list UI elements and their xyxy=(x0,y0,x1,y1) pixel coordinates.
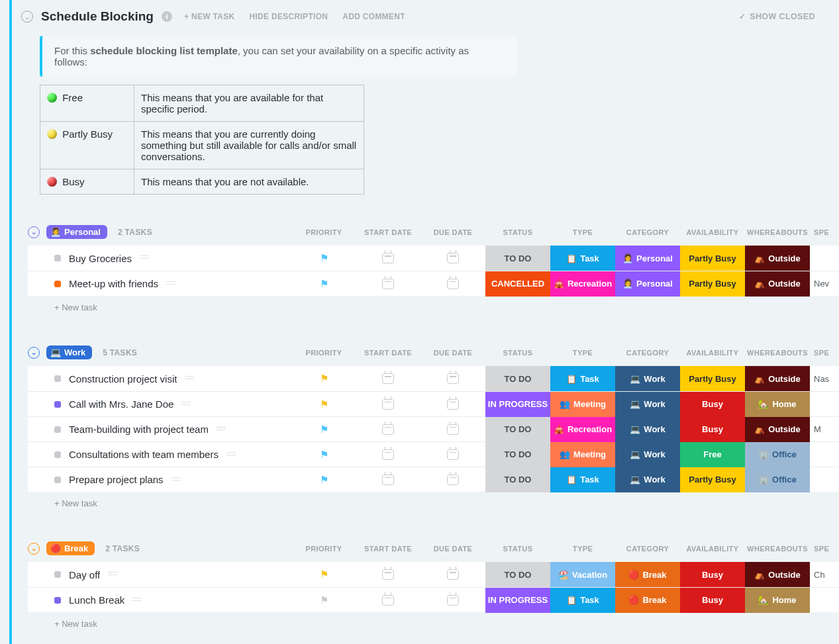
where-tag[interactable]: ⛺Outside xyxy=(745,246,810,271)
task-row[interactable]: Consultations with team members ⚑ TO DO … xyxy=(28,441,839,467)
task-status-square-icon[interactable] xyxy=(54,281,61,287)
avail-tag[interactable]: Partly Busy xyxy=(680,366,745,391)
new-task-row[interactable]: + New task xyxy=(28,492,839,511)
spe-cell[interactable] xyxy=(810,392,839,417)
due-date-cell[interactable] xyxy=(420,467,485,492)
avail-tag[interactable]: Partly Busy xyxy=(680,246,745,271)
avail-tag[interactable]: Partly Busy xyxy=(680,467,745,492)
new-task-row[interactable]: + New task xyxy=(28,296,839,315)
task-row[interactable]: Construction project visit ⚑ TO DO 📋Task… xyxy=(28,366,839,391)
spe-cell[interactable] xyxy=(810,442,839,467)
category-tag[interactable]: 💻Work xyxy=(615,417,680,442)
type-tag[interactable]: 👥Meeting xyxy=(550,442,615,467)
start-date-cell[interactable] xyxy=(356,417,420,442)
due-date-cell[interactable] xyxy=(420,271,485,297)
priority-cell[interactable]: ⚑ xyxy=(292,442,356,467)
task-status-square-icon[interactable] xyxy=(54,401,61,408)
task-name[interactable]: Day off xyxy=(69,569,100,580)
status-tag[interactable]: TO DO xyxy=(485,442,550,467)
info-icon[interactable]: i xyxy=(162,11,172,22)
status-tag[interactable]: TO DO xyxy=(485,467,550,492)
hide-description-button[interactable]: HIDE DESCRIPTION xyxy=(249,12,328,21)
category-tag[interactable]: 👩‍💼Personal xyxy=(615,246,680,271)
new-task-button[interactable]: + NEW TASK xyxy=(184,12,234,21)
avail-tag[interactable]: Free xyxy=(680,442,745,467)
task-name[interactable]: Lunch Break xyxy=(69,594,124,606)
avail-tag[interactable]: Busy xyxy=(680,392,745,417)
due-date-cell[interactable] xyxy=(420,588,485,613)
task-row[interactable]: Lunch Break ⚑ IN PROGRESS 📋Task 🔴Break B… xyxy=(28,587,839,612)
start-date-cell[interactable] xyxy=(356,392,420,417)
type-tag[interactable]: 📋Task xyxy=(550,246,615,271)
group-badge[interactable]: 👩‍💼 Personal xyxy=(46,225,107,239)
task-row[interactable]: Meet-up with friends ⚑ CANCELLED 🎪Recrea… xyxy=(28,271,839,296)
task-name[interactable]: Consultations with team members xyxy=(69,449,219,460)
start-date-cell[interactable] xyxy=(356,271,420,297)
status-tag[interactable]: IN PROGRESS xyxy=(485,588,550,613)
task-name[interactable]: Call with Mrs. Jane Doe xyxy=(69,398,173,410)
spe-cell[interactable]: Ch xyxy=(810,562,839,587)
start-date-cell[interactable] xyxy=(356,246,420,271)
task-name[interactable]: Meet-up with friends xyxy=(69,278,158,289)
due-date-cell[interactable] xyxy=(420,417,485,442)
where-tag[interactable]: ⛺Outside xyxy=(745,271,810,297)
task-status-square-icon[interactable] xyxy=(54,426,61,433)
status-tag[interactable]: TO DO xyxy=(485,562,550,587)
category-tag[interactable]: 💻Work xyxy=(615,366,680,391)
task-name[interactable]: Buy Groceries xyxy=(69,253,132,264)
spe-cell[interactable] xyxy=(810,246,839,271)
start-date-cell[interactable] xyxy=(356,366,420,391)
task-row[interactable]: Buy Groceries ⚑ TO DO 📋Task 👩‍💼Personal … xyxy=(28,246,839,271)
spe-cell[interactable]: Nas xyxy=(810,366,839,391)
group-badge[interactable]: 🔴 Break xyxy=(46,541,95,555)
task-status-square-icon[interactable] xyxy=(54,571,61,578)
type-tag[interactable]: 👥Meeting xyxy=(550,392,615,417)
type-tag[interactable]: 🎪Recreation xyxy=(550,417,615,442)
type-tag[interactable]: 📋Task xyxy=(550,588,615,613)
group-collapse-icon[interactable]: ⌄ xyxy=(28,347,40,359)
due-date-cell[interactable] xyxy=(420,562,485,587)
task-row[interactable]: Day off ⚑ TO DO 🏖️Vacation 🔴Break Busy ⛺… xyxy=(28,562,839,587)
status-tag[interactable]: CANCELLED xyxy=(485,271,550,297)
status-tag[interactable]: IN PROGRESS xyxy=(485,392,550,417)
where-tag[interactable]: ⛺Outside xyxy=(745,417,810,442)
task-name[interactable]: Construction project visit xyxy=(69,373,177,385)
category-tag[interactable]: 💻Work xyxy=(615,442,680,467)
spe-cell[interactable]: Nev xyxy=(810,271,839,297)
avail-tag[interactable]: Busy xyxy=(680,417,745,442)
group-collapse-icon[interactable]: ⌄ xyxy=(28,226,40,238)
due-date-cell[interactable] xyxy=(420,392,485,417)
priority-cell[interactable]: ⚑ xyxy=(292,366,356,391)
status-tag[interactable]: TO DO xyxy=(485,246,550,271)
task-name[interactable]: Prepare project plans xyxy=(69,474,164,485)
show-closed-toggle[interactable]: SHOW CLOSED xyxy=(739,12,815,21)
spe-cell[interactable]: M xyxy=(810,417,839,442)
task-name[interactable]: Team-building with project team xyxy=(69,424,209,435)
collapse-board-icon[interactable]: ⌄ xyxy=(21,11,33,23)
where-tag[interactable]: 🏡Home xyxy=(745,392,810,417)
category-tag[interactable]: 🔴Break xyxy=(615,588,680,613)
where-tag[interactable]: 🏢Office xyxy=(745,442,810,467)
priority-cell[interactable]: ⚑ xyxy=(292,588,356,613)
task-status-square-icon[interactable] xyxy=(54,451,61,458)
where-tag[interactable]: ⛺Outside xyxy=(745,366,810,391)
where-tag[interactable]: ⛺Outside xyxy=(745,562,810,587)
group-badge[interactable]: 💻 Work xyxy=(46,345,92,359)
priority-cell[interactable]: ⚑ xyxy=(292,417,356,442)
category-tag[interactable]: 💻Work xyxy=(615,392,680,417)
priority-cell[interactable]: ⚑ xyxy=(292,467,356,492)
add-comment-button[interactable]: ADD COMMENT xyxy=(342,12,405,21)
category-tag[interactable]: 👩‍💼Personal xyxy=(615,271,680,297)
due-date-cell[interactable] xyxy=(420,246,485,271)
task-status-square-icon[interactable] xyxy=(54,597,61,604)
start-date-cell[interactable] xyxy=(356,467,420,492)
new-task-row[interactable]: + New task xyxy=(28,612,839,631)
category-tag[interactable]: 💻Work xyxy=(615,467,680,492)
start-date-cell[interactable] xyxy=(356,588,420,613)
task-row[interactable]: Team-building with project team ⚑ TO DO … xyxy=(28,416,839,441)
type-tag[interactable]: 📋Task xyxy=(550,366,615,391)
due-date-cell[interactable] xyxy=(420,442,485,467)
task-row[interactable]: Prepare project plans ⚑ TO DO 📋Task 💻Wor… xyxy=(28,467,839,492)
status-tag[interactable]: TO DO xyxy=(485,366,550,391)
avail-tag[interactable]: Busy xyxy=(680,588,745,613)
